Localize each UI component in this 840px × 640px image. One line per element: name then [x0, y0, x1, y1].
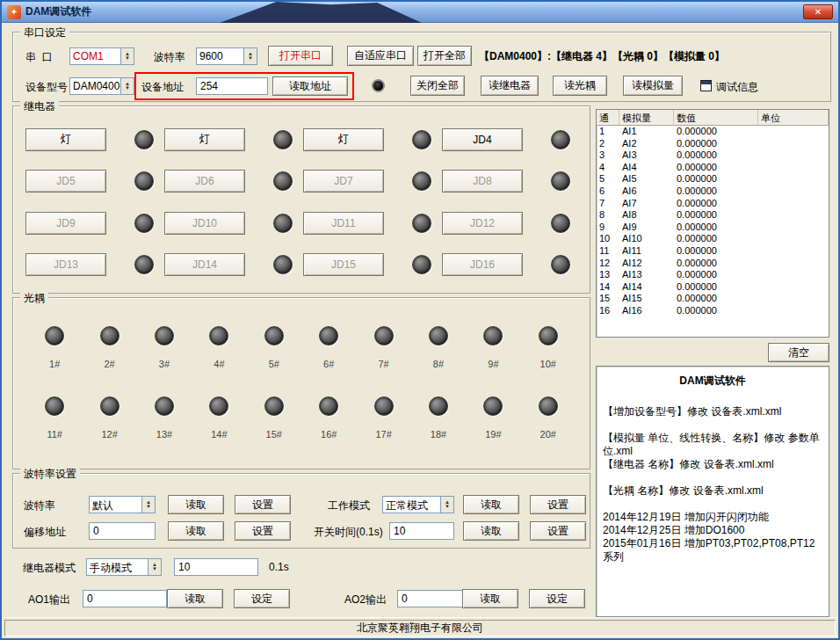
header-value[interactable]: 数值 [674, 110, 758, 125]
ao2-set-button[interactable]: 设定 [529, 589, 585, 608]
cell-value: 0.000000 [674, 185, 758, 198]
baud-setting-select[interactable]: 默认 ▲▼ [89, 496, 156, 513]
analog-table-row[interactable]: 3AI30.000000 [597, 149, 829, 162]
close-button[interactable]: ✕ [803, 4, 833, 19]
relay-mode-select[interactable]: 手动模式 ▲▼ [86, 558, 162, 576]
relay-button-1[interactable]: 灯 [25, 128, 106, 151]
analog-table-row[interactable]: 12AI120.000000 [597, 258, 829, 270]
relay-cell: JD13 [25, 253, 164, 276]
opto-label-8: 8# [433, 359, 444, 369]
opto-led-6 [319, 326, 338, 345]
relay-button-7[interactable]: JD7 [303, 170, 384, 193]
chevron-updown-icon[interactable]: ▲▼ [148, 559, 161, 575]
analog-table-row[interactable]: 5AI50.000000 [597, 173, 829, 185]
ao1-set-button[interactable]: 设定 [234, 589, 290, 608]
relay-led-16 [551, 255, 570, 274]
ao2-read-button[interactable]: 读取 [462, 589, 518, 608]
relay-button-13[interactable]: JD13 [25, 253, 106, 276]
relay-button-6[interactable]: JD6 [164, 170, 245, 193]
analog-table-row[interactable]: 7AI70.000000 [597, 198, 829, 210]
opto-led-14 [209, 396, 228, 416]
read-analog-button[interactable]: 读模拟量 [623, 76, 683, 96]
relay-button-2[interactable]: 灯 [164, 128, 245, 151]
read-relay-button[interactable]: 读继电器 [481, 76, 539, 96]
cell-value: 0.000000 [674, 258, 758, 270]
close-all-button[interactable]: 关闭全部 [410, 76, 465, 96]
baud-select[interactable]: 9600 ▲▼ [196, 47, 257, 65]
chevron-updown-icon[interactable]: ▲▼ [120, 48, 134, 64]
log-panel[interactable]: DAM调试软件 【增加设备型号】修改 设备表.xml.xml 【模拟量 单位、线… [596, 366, 829, 617]
switch-time-read-button[interactable]: 读取 [463, 521, 519, 541]
ao1-input[interactable] [83, 590, 167, 607]
opto-cell: 18# [411, 396, 466, 440]
opto-led-19 [483, 396, 503, 416]
analog-table-row[interactable]: 4AI40.000000 [597, 162, 829, 174]
analog-table-row[interactable]: 8AI80.000000 [597, 209, 829, 222]
switch-time-set-button[interactable]: 设置 [530, 521, 586, 541]
chevron-updown-icon[interactable]: ▲▼ [243, 48, 257, 64]
read-address-button[interactable]: 读取地址 [272, 76, 348, 96]
analog-table-row[interactable]: 9AI90.000000 [597, 222, 829, 234]
offset-address-input[interactable] [89, 522, 156, 540]
analog-table-row[interactable]: 10AI100.000000 [597, 233, 829, 245]
relay-button-15[interactable]: JD15 [303, 253, 384, 276]
cell-unit [758, 222, 829, 234]
analog-table-row[interactable]: 15AI150.000000 [597, 293, 829, 305]
analog-table-row[interactable]: 16AI160.000000 [597, 305, 829, 317]
analog-table-row[interactable]: 1AI10.000000 [597, 126, 829, 138]
com-port-select[interactable]: COM1 ▲▼ [69, 47, 134, 65]
baud-read-button[interactable]: 读取 [168, 495, 224, 514]
header-unit[interactable]: 单位 [758, 110, 829, 125]
analog-table-row[interactable]: 13AI130.000000 [597, 269, 829, 281]
relay-led-1 [134, 130, 154, 149]
chevron-updown-icon[interactable]: ▲▼ [141, 497, 155, 513]
offset-read-button[interactable]: 读取 [168, 521, 224, 541]
chevron-updown-icon[interactable]: ▲▼ [120, 78, 134, 94]
open-serial-button[interactable]: 打开串口 [268, 46, 333, 66]
relay-button-5[interactable]: JD5 [25, 170, 106, 193]
ao1-read-button[interactable]: 读取 [167, 589, 223, 608]
log-lines: 【增加设备型号】修改 设备表.xml.xml 【模拟量 单位、线性转换、名称】修… [603, 392, 822, 564]
opto-group: 光耦 1#2#3#4#5#6#7#8#9#10# 11#12#13#14#15#… [12, 297, 590, 469]
work-mode-read-button[interactable]: 读取 [463, 495, 519, 514]
device-model-select[interactable]: DAM0400 ▲▼ [69, 77, 134, 95]
cell-name: AI7 [619, 198, 674, 210]
relay-button-8[interactable]: JD8 [442, 170, 523, 193]
analog-table-row[interactable]: 14AI140.000000 [597, 281, 829, 294]
clear-button[interactable]: 清空 [768, 343, 829, 362]
relay-button-3[interactable]: 灯 [303, 128, 384, 151]
device-address-input[interactable] [196, 77, 268, 95]
open-all-button[interactable]: 打开全部 [417, 46, 472, 66]
log-line: 【增加设备型号】修改 设备表.xml.xml [603, 405, 822, 418]
debug-info-icon[interactable] [700, 80, 712, 91]
work-mode-set-button[interactable]: 设置 [530, 495, 586, 514]
analog-table-row[interactable]: 2AI20.000000 [597, 138, 829, 150]
relay-mode-time-input[interactable] [174, 558, 258, 576]
baud-set-button[interactable]: 设置 [235, 495, 291, 514]
analog-table-row[interactable]: 6AI60.000000 [597, 185, 829, 198]
relay-button-12[interactable]: JD12 [442, 212, 523, 235]
titlebar[interactable]: ✦ DAM调试软件 ✕ [2, 2, 838, 23]
relay-button-14[interactable]: JD14 [164, 253, 245, 276]
cell-unit [758, 209, 829, 222]
read-opto-button[interactable]: 读光耦 [553, 76, 607, 96]
chevron-updown-icon[interactable]: ▲▼ [440, 497, 453, 513]
header-analog[interactable]: 模拟量 [619, 110, 674, 125]
relay-cell: JD4 [442, 128, 581, 151]
adaptive-serial-button[interactable]: 自适应串口 [347, 46, 414, 66]
relay-button-9[interactable]: JD9 [25, 212, 106, 235]
opto-cell: 2# [82, 326, 136, 369]
work-mode-select[interactable]: 正常模式 ▲▼ [382, 496, 454, 513]
log-line [603, 418, 822, 432]
relay-button-11[interactable]: JD11 [303, 212, 384, 235]
header-channel[interactable]: 通 [597, 110, 619, 125]
offset-set-button[interactable]: 设置 [235, 521, 291, 541]
opto-label-16: 16# [321, 429, 337, 440]
relay-button-10[interactable]: JD10 [164, 212, 245, 235]
analog-table-header[interactable]: 通 模拟量 数值 单位 [597, 110, 829, 126]
relay-button-16[interactable]: JD16 [442, 253, 523, 276]
switch-time-input[interactable] [389, 522, 454, 540]
analog-table-row[interactable]: 11AI110.000000 [597, 245, 829, 258]
relay-button-4[interactable]: JD4 [442, 128, 523, 151]
relay-led-13 [134, 255, 154, 274]
